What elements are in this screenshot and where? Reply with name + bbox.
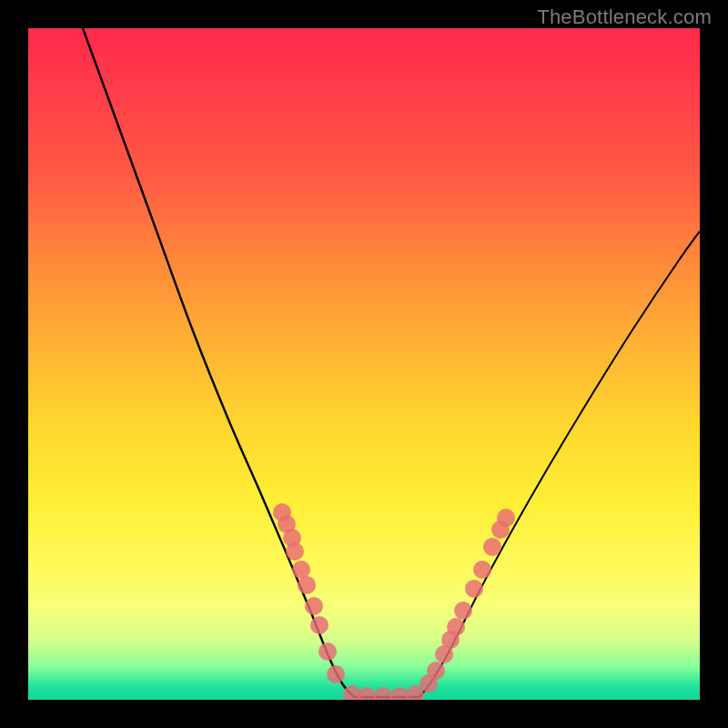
scatter-group [273,503,515,700]
scatter-dot [390,687,409,700]
scatter-dot [327,665,345,683]
scatter-dot [292,561,310,579]
scatter-dot [427,662,445,680]
watermark-text: TheBottleneck.com [537,5,712,29]
scatter-dot [305,597,323,615]
scatter-dot [497,509,515,527]
scatter-dot [374,687,392,700]
scatter-dot [310,616,329,634]
scatter-dot [298,576,316,594]
plot-area [28,28,700,700]
scatter-dot [318,642,337,661]
scatter-dot [358,687,376,700]
curve-layer [28,28,700,700]
scatter-dot [483,538,501,556]
scatter-dot [454,602,472,620]
scatter-dot [286,542,304,561]
curve-left [83,28,354,697]
scatter-dot [465,580,483,598]
scatter-dot [473,561,491,579]
chart-frame: TheBottleneck.com [0,0,728,728]
scatter-dot [447,618,465,636]
